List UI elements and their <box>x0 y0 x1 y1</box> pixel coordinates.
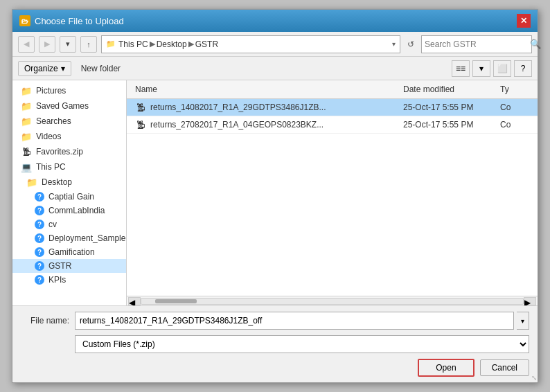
close-button[interactable]: ✕ <box>517 14 531 28</box>
filetype-select-wrap: Custom Files (*.zip) <box>75 335 529 353</box>
file-type-cell: Co <box>497 120 532 130</box>
filetype-row: Custom Files (*.zip) <box>21 335 529 353</box>
sidebar-item-label: This PC <box>36 162 66 172</box>
column-header-name[interactable]: Name <box>132 83 400 96</box>
column-header-date[interactable]: Date modified <box>400 83 497 96</box>
path-desktop[interactable]: Desktop <box>157 39 187 49</box>
help-circle-icon: ? <box>35 192 44 202</box>
main-content: 📁 Pictures 📁 Saved Games 📁 Searches 📁 Vi… <box>12 80 538 305</box>
folder-icon: 📁 <box>21 100 32 112</box>
title-bar-left: 🗁 Choose File to Upload <box>19 15 124 26</box>
help-button[interactable]: ? <box>514 60 532 77</box>
sidebar-item-deployment-samples[interactable]: ? Deployment_Samples <box>12 231 126 245</box>
new-folder-label: New folder <box>81 64 121 73</box>
sidebar-item-searches[interactable]: 📁 Searches <box>12 114 126 129</box>
search-box: 🔍 <box>421 35 532 53</box>
sidebar-item-cv[interactable]: ? cv <box>12 217 126 231</box>
sidebar-item-commlabindia[interactable]: ? CommLabIndia <box>12 204 126 217</box>
file-row[interactable]: 🗜 returns_14082017_R1A_29GDTPS3486J1ZB..… <box>127 99 538 116</box>
sidebar-item-saved-games[interactable]: 📁 Saved Games <box>12 98 126 114</box>
help-circle-icon: ? <box>35 275 44 285</box>
sidebar-item-gstr[interactable]: ? GSTR <box>12 259 126 273</box>
scroll-left-button[interactable]: ◀ <box>128 297 141 305</box>
zip-icon: 🗜 <box>21 146 32 157</box>
scroll-right-button[interactable]: ▶ <box>524 297 536 305</box>
sidebar-item-this-pc[interactable]: 💻 This PC <box>12 159 126 175</box>
refresh-button[interactable]: ↺ <box>405 38 417 51</box>
sidebar-item-gamification[interactable]: ? Gamification <box>12 245 126 259</box>
folder-icon: 📁 <box>21 85 32 96</box>
back-button[interactable]: ◀ <box>18 36 35 53</box>
dialog-icon: 🗁 <box>19 15 30 26</box>
file-row[interactable]: 🗜 returns_27082017_R1A_04GEOPS0823BKZ...… <box>127 116 538 134</box>
organize-button[interactable]: Organize ▾ <box>18 61 71 76</box>
sidebar: 📁 Pictures 📁 Saved Games 📁 Searches 📁 Vi… <box>12 80 127 305</box>
filename-dropdown-button[interactable]: ▾ <box>517 312 529 330</box>
file-date-cell: 25-Oct-17 5:55 PM <box>400 120 497 130</box>
file-name: returns_27082017_R1A_04GEOPS0823BKZ... <box>150 120 323 130</box>
horizontal-scrollbar[interactable] <box>141 298 524 305</box>
help-circle-icon: ? <box>35 220 44 229</box>
title-bar: 🗁 Choose File to Upload ✕ <box>12 10 538 32</box>
sidebar-item-desktop[interactable]: 📁 Desktop <box>12 175 126 190</box>
zip-file-icon: 🗜 <box>135 119 146 130</box>
sidebar-item-label: Saved Games <box>36 101 89 111</box>
sidebar-item-videos[interactable]: 📁 Videos <box>12 129 126 144</box>
buttons-row: Open Cancel <box>21 359 529 377</box>
view-button[interactable]: ≡≡ <box>452 60 470 77</box>
new-folder-button[interactable]: New folder <box>77 62 125 75</box>
column-header-type[interactable]: Ty <box>497 83 532 96</box>
sidebar-item-captial-gain[interactable]: ? Captial Gain <box>12 190 126 204</box>
file-name-cell: 🗜 returns_27082017_R1A_04GEOPS0823BKZ... <box>132 119 400 130</box>
filename-row: File name: ▾ <box>21 312 529 330</box>
navigation-toolbar: ◀ ▶ ▾ ↑ 📁 This PC ▶ Desktop ▶ GSTR ▾ ↺ 🔍 <box>12 32 538 57</box>
view-dropdown-button[interactable]: ▾ <box>472 60 490 77</box>
filename-label: File name: <box>21 316 69 326</box>
sidebar-item-label: Favorites.zip <box>36 147 83 157</box>
open-button[interactable]: Open <box>418 359 474 377</box>
bottom-bar: File name: ▾ Custom Files (*.zip) Open C… <box>12 305 538 382</box>
sidebar-item-label: Videos <box>36 132 61 141</box>
up-button[interactable]: ↑ <box>80 36 97 53</box>
sidebar-item-label: Captial Gain <box>48 192 94 202</box>
file-name-cell: 🗜 returns_14082017_R1A_29GDTPS3486J1ZB..… <box>132 102 400 113</box>
search-button[interactable]: 🔍 <box>530 39 541 49</box>
zip-file-icon: 🗜 <box>135 102 146 113</box>
cancel-button[interactable]: Cancel <box>480 359 529 376</box>
file-dialog: 🗁 Choose File to Upload ✕ ◀ ▶ ▾ ↑ 📁 This… <box>12 9 538 383</box>
path-gstr[interactable]: GSTR <box>195 39 218 49</box>
help-circle-icon: ? <box>35 247 44 257</box>
address-path: This PC ▶ Desktop ▶ GSTR <box>118 39 389 49</box>
path-this-pc[interactable]: This PC <box>118 39 148 49</box>
folder-icon: 📁 <box>21 131 32 142</box>
help-circle-icon: ? <box>35 261 44 271</box>
dialog-title: Choose File to Upload <box>35 16 124 26</box>
resize-handle[interactable]: ⤡ <box>531 374 537 382</box>
folder-icon: 📁 <box>26 177 37 188</box>
sidebar-item-kpis[interactable]: ? KPIs <box>12 273 126 287</box>
horizontal-scrollbar-area: ◀ ▶ <box>127 296 538 305</box>
address-bar: 📁 This PC ▶ Desktop ▶ GSTR ▾ <box>101 35 400 53</box>
sidebar-item-label: Pictures <box>36 86 66 96</box>
scrollbar-thumb <box>155 299 197 303</box>
file-list-header: Name Date modified Ty <box>127 80 538 99</box>
address-dropdown-button[interactable]: ▾ <box>392 40 396 48</box>
sidebar-item-label: Deployment_Samples <box>48 233 126 243</box>
filename-input[interactable] <box>75 312 514 330</box>
search-input[interactable] <box>425 39 529 49</box>
sidebar-item-label: Gamification <box>48 247 95 257</box>
forward-button[interactable]: ▶ <box>39 36 55 53</box>
sidebar-item-label: KPIs <box>48 275 66 285</box>
sidebar-item-label: CommLabIndia <box>48 206 105 215</box>
panel-button[interactable]: ⬜ <box>493 60 511 77</box>
filetype-select[interactable]: Custom Files (*.zip) <box>75 335 529 353</box>
dropdown-nav-button[interactable]: ▾ <box>60 36 76 53</box>
view-icon: ≡≡ <box>456 64 465 73</box>
pc-icon: 💻 <box>21 161 32 172</box>
sidebar-item-favorites-zip[interactable]: 🗜 Favorites.zip <box>12 144 126 159</box>
sidebar-item-pictures[interactable]: 📁 Pictures <box>12 83 126 98</box>
file-list-panel: Name Date modified Ty 🗜 returns_14082017… <box>127 80 538 305</box>
folder-icon: 📁 <box>21 116 32 127</box>
file-type-cell: Co <box>497 103 532 112</box>
help-circle-icon: ? <box>35 233 44 243</box>
